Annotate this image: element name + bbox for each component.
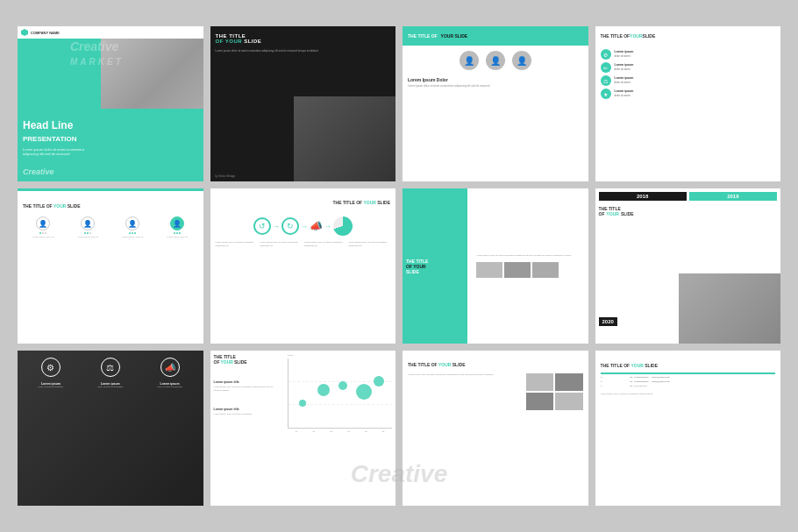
slide-10: THE TITLE OF YOUR SLIDE Lorem ipsum titl…	[210, 351, 396, 506]
slide-2: THE TITLE OF YOUR SLIDE Lorem ipsum dolo…	[210, 26, 396, 181]
slide9-icons: ⚙ ⚖ 📣	[18, 351, 203, 380]
slide-3: THE TITLE OF YOUR SLIDE 👤 👤 👤 Lorem Ipsu…	[403, 26, 588, 181]
arrow-2: →	[301, 223, 308, 231]
slides-grid: COMPANY NAME Head Line PRESENTATION Lore…	[0, 0, 798, 532]
person-icon-2: 👤	[81, 216, 95, 231]
slide3-lorem-body: Lorem ipsum dolor sit amet consectetur a…	[408, 84, 583, 89]
photo-thumb-4	[555, 393, 583, 410]
icon-row-3: ⚖ Lorem ipsumdolor sit amet	[601, 75, 776, 86]
slide11-content: Lorem ipsum dolor sit amet consectetur a…	[403, 372, 588, 412]
slide5-title: THE TITLE OF YOUR SLIDE	[18, 188, 203, 213]
person-text-2: Lorem ipsum dolor sit	[77, 236, 98, 238]
profile-icon-1: 👤	[460, 51, 479, 70]
x-label-03: 03	[330, 430, 332, 433]
text-col-3: Lorem ipsum dolor sit amet consectetur a…	[304, 241, 346, 247]
person-icon-1: 👤	[36, 216, 50, 231]
slide4-list: ⚙ Lorem ipsumdolor sit amet ✏ Lorem ipsu…	[595, 46, 781, 103]
headline-text: Head Line PRESENTATION	[23, 119, 93, 145]
pie-chart	[333, 216, 353, 236]
icon-text-3: Lorem ipsumdolor sit amet	[615, 76, 634, 84]
year-2018: 2018	[599, 192, 687, 201]
slide9-icon-1: ⚙	[41, 358, 61, 377]
chart-canvas	[288, 358, 392, 429]
slide9-text-2: Lorem ipsum dolor sit amet consectetur	[97, 382, 123, 388]
person-icon-3: 👤	[125, 216, 139, 231]
slide7-left: THE TITLE OF YOUR SLIDE	[403, 188, 467, 344]
slide3-icons: 👤 👤 👤	[403, 46, 588, 75]
slide11-text: Lorem ipsum dolor sit amet consectetur a…	[408, 373, 524, 410]
arrow-3: →	[324, 223, 331, 231]
slide8-title: THE TITLE OF YOUR SLIDE	[595, 204, 781, 218]
slide6-text: Lorem ipsum dolor sit amet consectetur a…	[210, 239, 396, 249]
photo-1	[476, 262, 502, 278]
creative-watermark: Creative	[23, 167, 54, 176]
icon-row-2: ✏ Lorem ipsumdolor sit amet	[601, 62, 776, 73]
person-icon-4: 👤	[170, 216, 184, 231]
person-col-1: 👤 Lorem ipsum dolor sit	[32, 216, 53, 238]
circle-1: ↺	[253, 217, 271, 235]
headline-sub: PRESENTATION	[23, 135, 76, 143]
slide3-content: Lorem Ipsum Dolor Lorem ipsum dolor sit …	[403, 75, 588, 90]
slide5-persons: 👤 Lorem ipsum dolor sit 👤 Lorem ipsum do…	[18, 213, 203, 242]
slide2-photo	[294, 96, 395, 181]
slide8-photo	[679, 273, 780, 344]
y-label-100: 100%	[288, 354, 293, 357]
slide9-text-3: Lorem ipsum dolor sit amet consectetur	[157, 382, 182, 388]
slide6-title: THE TITLE OF YOUR SLIDE	[210, 188, 396, 209]
slide12-title: THE TITLE OF YOUR SLIDE	[595, 351, 781, 372]
slide-5: THE TITLE OF YOUR SLIDE 👤 Lorem ipsum do…	[18, 188, 203, 344]
dots-2	[84, 232, 91, 234]
person-col-2: 👤 Lorem ipsum dolor sit	[77, 216, 98, 238]
headline-main: Head Line	[23, 119, 73, 131]
slide-9: ⚙ ⚖ 📣 Lorem ipsum dolor sit amet consect…	[18, 351, 203, 506]
teal-icon-1: ⚙	[601, 49, 611, 60]
person-col-4: 👤 Lorem ipsum dolor sit	[167, 216, 188, 238]
icon-text-2: Lorem ipsumdolor sit amet	[615, 63, 634, 71]
slide10-body: Lorem ipsum dolor sit amet consectetur a…	[214, 386, 277, 392]
slide10-left: THE TITLE OF YOUR SLIDE Lorem ipsum titl…	[210, 351, 281, 506]
headline-body: Lorem ipsum dolor sit amet consectetur a…	[23, 147, 93, 157]
photo-2	[504, 262, 531, 278]
icon-row-1: ⚙ Lorem ipsumdolor sit amet	[601, 49, 776, 60]
dots-1	[39, 232, 46, 234]
x-label-05: 05	[365, 430, 367, 433]
text-col-2: Lorem ipsum dolor sit amet consectetur a…	[260, 241, 302, 247]
slide9-icon-2: ⚖	[101, 358, 120, 377]
slide2-byline: by Vector Design	[216, 174, 236, 178]
slide-8: 2018 2019 THE TITLE OF YOUR SLIDE 2020	[595, 188, 781, 344]
slide-11: THE TITLE OF YOUR SLIDE Lorem ipsum dolo…	[403, 351, 588, 506]
headline-block: Head Line PRESENTATION Lorem ipsum dolor…	[23, 119, 93, 157]
slide2-title: THE TITLE OF YOUR SLIDE	[210, 26, 396, 47]
person-text-1: Lorem ipsum dolor sit	[32, 236, 53, 238]
slide-1: COMPANY NAME Head Line PRESENTATION Lore…	[18, 26, 203, 181]
slide10-subtitle: Lorem ipsum title	[214, 380, 277, 384]
icon-text-1: Lorem ipsumdolor sit amet	[615, 50, 634, 58]
year-2019: 2019	[689, 192, 777, 201]
text-col-1: Lorem ipsum dolor sit amet consectetur a…	[216, 241, 258, 247]
hex-icon	[21, 29, 28, 36]
profile-icon-3: 👤	[512, 51, 531, 70]
teal-icon-3: ⚖	[601, 75, 611, 86]
x-label-06: 06	[382, 430, 385, 433]
slide6-circles: ↺ → ↻ → 📣 →	[210, 209, 396, 239]
contact-tel-2: tel: tel: +10000000000 lorem@lorem.com	[601, 380, 776, 383]
slide3-lorem-title: Lorem Ipsum Dolor	[408, 77, 583, 82]
photo-thumb-3	[526, 393, 554, 410]
slide7-photos	[476, 262, 584, 278]
year-2020-badge: 2020	[599, 317, 617, 326]
contact-list: tel: tel: +10000000000 lorem@lorem.com t…	[595, 374, 781, 389]
slide-4: THE TITLE OF YOUR SLIDE ⚙ Lorem ipsumdol…	[595, 26, 781, 181]
slide7-right: Lorem ipsum dolor sit amet consectetur a…	[473, 188, 588, 344]
dots-4	[174, 232, 181, 234]
contact-tel-1: tel: tel: +10000000000 lorem@lorem.com	[601, 376, 776, 379]
slide9-text-1: Lorem ipsum dolor sit amet consectetur	[39, 382, 64, 388]
slide11-photos	[526, 373, 583, 410]
teal-icon-4: ★	[601, 89, 611, 99]
text-col-4: Lorem ipsum dolor sit amet consectetur a…	[348, 241, 390, 247]
slide12-body: Lorem ipsum dolor sit amet consectetur a…	[595, 389, 781, 398]
x-label-04: 04	[347, 430, 350, 433]
slide2-your: OF	[216, 39, 224, 44]
photo-3	[532, 262, 559, 278]
teal-icon-2: ✏	[601, 62, 611, 73]
icon-text-4: Lorem ipsumdolor sit amet	[615, 89, 634, 97]
